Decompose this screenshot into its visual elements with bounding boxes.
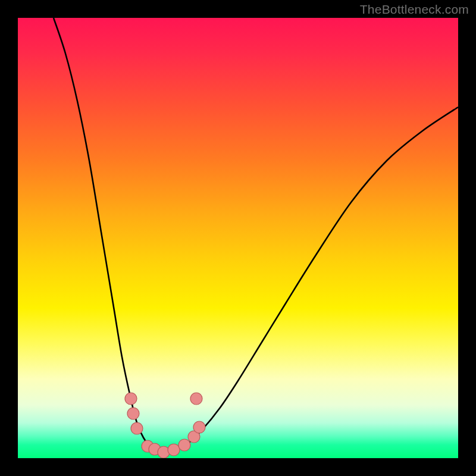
data-marker xyxy=(193,421,205,433)
data-marker xyxy=(125,393,137,405)
bottleneck-curve xyxy=(54,18,458,452)
chart-svg xyxy=(18,18,458,458)
data-marker xyxy=(190,393,202,405)
chart-frame: TheBottleneck.com xyxy=(0,0,476,476)
data-marker xyxy=(168,444,180,456)
data-markers xyxy=(125,393,205,458)
data-marker xyxy=(127,408,139,419)
watermark-text: TheBottleneck.com xyxy=(360,2,469,17)
data-marker xyxy=(178,439,190,451)
data-marker xyxy=(131,422,143,434)
plot-area xyxy=(18,18,458,458)
